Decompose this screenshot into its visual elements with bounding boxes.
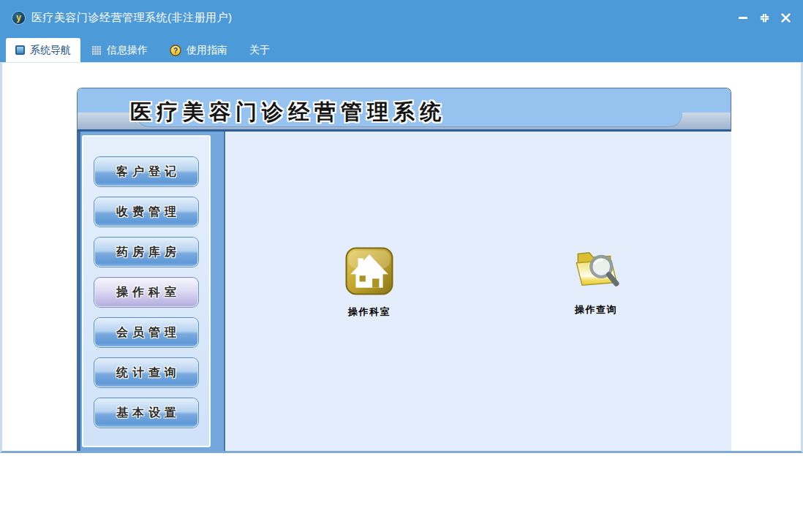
navigation-module: 医疗美容门诊经营管理系统 客户登记 收费管理 药房库房 操作科室 会员管理 统计… bbox=[77, 88, 731, 451]
tab-label: 关于 bbox=[249, 44, 270, 57]
banner-title: 医疗美容门诊经营管理系统 bbox=[130, 98, 446, 127]
help-icon: ? bbox=[170, 45, 181, 56]
app-logo-letter: y bbox=[16, 13, 21, 22]
window-controls bbox=[737, 12, 791, 23]
app-logo-icon: y bbox=[12, 12, 25, 24]
sidebar-button-member-management[interactable]: 会员管理 bbox=[94, 318, 198, 347]
restore-icon bbox=[759, 12, 770, 23]
house-icon bbox=[345, 247, 393, 295]
tab-system-navigation[interactable]: 系统导航 bbox=[6, 38, 80, 62]
close-button[interactable] bbox=[780, 12, 791, 23]
tab-label: 信息操作 bbox=[107, 44, 148, 57]
svg-text:?: ? bbox=[173, 46, 178, 54]
sidebar-button-statistics-query[interactable]: 统计查询 bbox=[94, 358, 198, 387]
module-body: 客户登记 收费管理 药房库房 操作科室 会员管理 统计查询 基本设置 bbox=[77, 132, 731, 451]
tab-label: 系统导航 bbox=[30, 44, 71, 57]
tab-page: 医疗美容门诊经营管理系统 客户登记 收费管理 药房库房 操作科室 会员管理 统计… bbox=[0, 62, 803, 453]
banner: 医疗美容门诊经营管理系统 bbox=[77, 88, 731, 132]
minimize-button[interactable] bbox=[737, 12, 749, 23]
close-icon bbox=[781, 13, 791, 23]
tab-information-operation[interactable]: 信息操作 bbox=[80, 38, 159, 62]
window-title: 医疗美容门诊经营管理系统(非注册用户) bbox=[31, 11, 233, 25]
shortcut-operation-department[interactable]: 操作科室 bbox=[325, 247, 413, 319]
sidebar-button-operation-department[interactable]: 操作科室 bbox=[94, 278, 198, 307]
sidebar-button-customer-register[interactable]: 客户登记 bbox=[94, 157, 198, 186]
shortcut-operation-query[interactable]: 操作查询 bbox=[552, 245, 640, 316]
tab-about[interactable]: 关于 bbox=[238, 38, 281, 62]
sidebar-button-fee-management[interactable]: 收费管理 bbox=[94, 197, 198, 227]
restore-button[interactable] bbox=[758, 12, 770, 23]
content-panel: 操作科室 bbox=[224, 132, 731, 451]
tab-bar: 系统导航 信息操作 ? 使用指南 关于 bbox=[0, 35, 803, 62]
square-icon bbox=[15, 45, 25, 55]
folder-search-icon bbox=[571, 245, 621, 293]
shortcut-label: 操作查询 bbox=[552, 303, 640, 316]
titlebar: y 医疗美容门诊经营管理系统(非注册用户) bbox=[0, 0, 803, 35]
shortcut-label: 操作科室 bbox=[325, 305, 413, 319]
sidebar-button-basic-settings[interactable]: 基本设置 bbox=[94, 398, 198, 428]
grid-icon bbox=[91, 45, 102, 56]
sidebar: 客户登记 收费管理 药房库房 操作科室 会员管理 统计查询 基本设置 bbox=[82, 135, 211, 447]
sidebar-button-pharmacy-warehouse[interactable]: 药房库房 bbox=[94, 238, 198, 267]
tab-label: 使用指南 bbox=[186, 44, 227, 57]
tab-user-guide[interactable]: ? 使用指南 bbox=[159, 38, 238, 62]
